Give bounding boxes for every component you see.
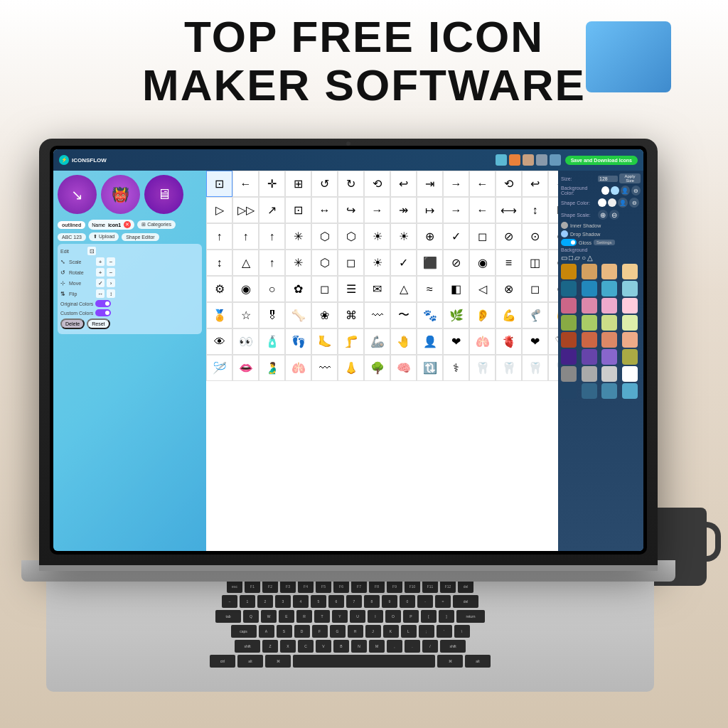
preview-icon-1[interactable]: ↘ xyxy=(58,175,97,214)
flip-h-btn[interactable]: ↔ xyxy=(96,289,105,298)
shape-cell[interactable]: 🦷 xyxy=(522,355,548,381)
swatch-4[interactable] xyxy=(536,154,547,166)
shape-cell[interactable]: ▷▷ xyxy=(232,197,259,223)
scale-plus-btn[interactable]: + xyxy=(96,257,105,266)
shape-cell[interactable]: ◉ xyxy=(232,276,259,302)
move-check-btn[interactable]: ✓ xyxy=(96,279,105,287)
bg-swatch-20[interactable] xyxy=(561,349,577,365)
bg-swatch-21[interactable] xyxy=(582,349,597,365)
bg-swatch-27[interactable] xyxy=(622,366,638,382)
shape-cell[interactable]: △ xyxy=(390,276,417,302)
shape-cell[interactable]: ⊢ xyxy=(548,197,558,223)
bg-swatch-4[interactable] xyxy=(561,281,577,296)
key-f3[interactable]: F3 xyxy=(280,580,296,593)
shape-cell[interactable]: 🪡 xyxy=(206,355,232,381)
key-backspace[interactable]: del xyxy=(453,595,478,608)
key-f10[interactable]: F10 xyxy=(405,580,420,593)
swatch-1[interactable] xyxy=(496,154,507,166)
key-slash[interactable]: / xyxy=(422,640,438,653)
bg-swatch-22[interactable] xyxy=(601,349,617,365)
key-shift-r[interactable]: shift xyxy=(440,640,466,653)
key-f11[interactable]: F11 xyxy=(422,580,438,593)
shape-cell[interactable]: ↗ xyxy=(259,197,285,223)
key-f5[interactable]: F5 xyxy=(316,580,331,593)
key-c[interactable]: C xyxy=(298,640,314,653)
shape-cell[interactable]: 〜 xyxy=(390,302,417,328)
key-w[interactable]: W xyxy=(261,610,277,623)
key-quote[interactable]: ' xyxy=(437,625,452,638)
shape-cell[interactable]: ◻ xyxy=(338,250,364,276)
shape-cell[interactable]: 🦴 xyxy=(285,302,311,328)
scale-minus-btn[interactable]: − xyxy=(107,257,115,266)
key-t[interactable]: T xyxy=(314,610,330,623)
shape-cell[interactable]: ⊛ xyxy=(548,223,558,250)
shape-cell[interactable]: ↑ xyxy=(259,223,285,250)
shape-cell[interactable]: ❤ xyxy=(443,328,469,355)
bg-swatch-25[interactable] xyxy=(582,366,597,382)
shape-cell[interactable]: ⊘ xyxy=(496,223,522,250)
bg-swatch-5[interactable] xyxy=(582,281,597,296)
tab-abc[interactable]: ABC 123 xyxy=(58,233,86,241)
shape-cell[interactable]: ↑ xyxy=(206,223,232,250)
shape-cell[interactable]: ◻ xyxy=(522,276,548,302)
preview-icon-3[interactable]: 🖥 xyxy=(144,175,183,214)
reset-button[interactable]: Reset xyxy=(87,318,109,329)
shape-cell[interactable]: ↻ xyxy=(338,171,364,197)
shape-cell[interactable]: ⊕ xyxy=(417,223,443,250)
key-o[interactable]: O xyxy=(385,610,401,623)
rotate-plus-btn[interactable]: + xyxy=(96,268,105,277)
shape-cell[interactable]: ≈ xyxy=(417,276,443,302)
bg-swatch-2[interactable] xyxy=(601,264,617,279)
shape-cell[interactable]: ⬛ xyxy=(417,250,443,276)
shape-cell[interactable]: 👀 xyxy=(232,328,259,355)
size-input[interactable] xyxy=(598,176,618,182)
key-shift-l[interactable]: shift xyxy=(235,640,260,653)
shape-cell[interactable]: ◻ xyxy=(469,223,496,250)
key-minus[interactable]: - xyxy=(417,595,433,608)
tab-shape-editor[interactable]: Shape Editor xyxy=(122,233,159,241)
shape-cell[interactable]: 🦷 xyxy=(548,355,558,381)
shape-cell[interactable]: 🦾 xyxy=(364,328,390,355)
scale-plus-btn[interactable]: ⊕ xyxy=(598,210,608,220)
bg-swatch-9[interactable] xyxy=(582,298,597,314)
shape-cell[interactable]: 👄 xyxy=(232,355,259,381)
shape-cell[interactable]: 🦿 xyxy=(522,302,548,328)
key-4[interactable]: 4 xyxy=(293,595,309,608)
bg-shape-triangle[interactable]: △ xyxy=(587,254,593,262)
shape-cell[interactable]: 🎖 xyxy=(259,302,285,328)
key-equals[interactable]: = xyxy=(435,595,451,608)
custom-colors-toggle[interactable] xyxy=(95,309,111,316)
shape-cell[interactable]: △ xyxy=(232,250,259,276)
shape-cell[interactable]: ◧ xyxy=(443,276,469,302)
shape-cell[interactable]: ⇥ xyxy=(417,171,443,197)
key-u[interactable]: U xyxy=(350,610,365,623)
shape-cell[interactable]: 🧴 xyxy=(259,328,285,355)
tab-upload[interactable]: ⬆ Upload xyxy=(89,232,119,241)
key-x[interactable]: X xyxy=(280,640,296,653)
key-a[interactable]: A xyxy=(259,625,274,638)
shape-cell[interactable]: 🫁 xyxy=(285,355,311,381)
shape-cell[interactable]: ⬡ xyxy=(338,223,364,250)
shape-cell[interactable]: ✛ xyxy=(259,171,285,197)
scale-minus-btn[interactable]: ⊖ xyxy=(609,210,619,220)
shape-cell[interactable]: 🤚 xyxy=(390,328,417,355)
shape-cell[interactable]: ↕ xyxy=(522,197,548,223)
key-d[interactable]: D xyxy=(294,625,310,638)
shape-cell[interactable]: ✳ xyxy=(285,223,311,250)
key-f6[interactable]: F6 xyxy=(333,580,349,593)
bg-swatch-15[interactable] xyxy=(622,315,638,331)
bg-swatch-17[interactable] xyxy=(582,332,597,348)
shape-cell[interactable]: ← xyxy=(469,171,496,197)
key-h[interactable]: H xyxy=(348,625,363,638)
bg-swatch-12[interactable] xyxy=(561,315,577,331)
key-p[interactable]: P xyxy=(403,610,419,623)
key-cmd-r[interactable]: ⌘ xyxy=(437,655,463,668)
bg-shape-square[interactable]: ▭ xyxy=(561,254,567,262)
move-right-btn[interactable]: › xyxy=(107,279,115,287)
shape-cell[interactable]: ⊡ xyxy=(285,197,311,223)
shape-cell[interactable]: ⌘ xyxy=(338,302,364,328)
bg-swatch-14[interactable] xyxy=(601,315,617,331)
key-comma[interactable]: , xyxy=(387,640,402,653)
shape-cell[interactable]: ☰ xyxy=(338,276,364,302)
shape-cell[interactable]: ⬡ xyxy=(311,250,338,276)
